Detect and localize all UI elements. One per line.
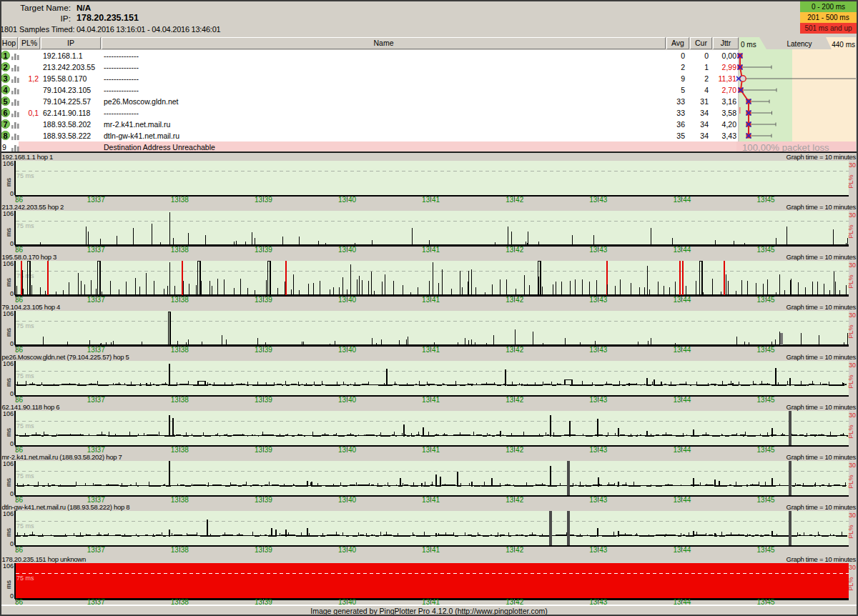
svg-text:75 ms: 75 ms bbox=[16, 372, 34, 379]
svg-text:13:42: 13:42 bbox=[506, 196, 523, 204]
svg-text:13:40: 13:40 bbox=[338, 446, 356, 454]
svg-text:13:44: 13:44 bbox=[673, 396, 691, 404]
svg-text:30: 30 bbox=[849, 262, 856, 269]
svg-text:PL%: PL% bbox=[847, 525, 854, 538]
svg-text:13:43: 13:43 bbox=[589, 196, 607, 204]
svg-text:13:37: 13:37 bbox=[87, 296, 105, 304]
svg-text:13:38: 13:38 bbox=[171, 196, 189, 204]
svg-text:13:39: 13:39 bbox=[255, 446, 272, 454]
svg-text:13:39: 13:39 bbox=[255, 496, 272, 504]
svg-text:13:40: 13:40 bbox=[338, 396, 356, 404]
svg-text:13:45: 13:45 bbox=[756, 246, 774, 254]
svg-text:13:44: 13:44 bbox=[673, 446, 691, 454]
svg-text:mr-2.k41.net.mail.ru (188.93.5: mr-2.k41.net.mail.ru (188.93.58.202) hop… bbox=[2, 453, 122, 461]
svg-text:30: 30 bbox=[849, 462, 856, 469]
svg-text:PL%: PL% bbox=[847, 174, 854, 188]
svg-text:106: 106 bbox=[3, 460, 14, 467]
svg-text:75 ms: 75 ms bbox=[16, 172, 34, 179]
svg-text:ms: ms bbox=[5, 228, 12, 237]
svg-text:106: 106 bbox=[3, 510, 14, 517]
svg-text:PL%: PL% bbox=[847, 475, 854, 488]
svg-text:13:41: 13:41 bbox=[422, 346, 440, 354]
svg-text:13:39: 13:39 bbox=[255, 546, 272, 554]
svg-text:13:38: 13:38 bbox=[171, 396, 189, 404]
svg-text:75 ms: 75 ms bbox=[16, 272, 34, 279]
svg-text:13:41: 13:41 bbox=[422, 396, 440, 404]
svg-text:106: 106 bbox=[3, 210, 14, 217]
svg-text:13:40: 13:40 bbox=[338, 196, 356, 204]
svg-text:13:43: 13:43 bbox=[589, 546, 607, 554]
svg-text:Latency: Latency bbox=[786, 40, 812, 48]
svg-text:13:44: 13:44 bbox=[673, 296, 691, 304]
svg-text:13:42: 13:42 bbox=[506, 496, 523, 504]
svg-text:13:41: 13:41 bbox=[422, 246, 440, 254]
svg-text:0: 0 bbox=[10, 290, 14, 297]
svg-text:13:39: 13:39 bbox=[255, 246, 272, 254]
svg-text:13:41: 13:41 bbox=[422, 296, 440, 304]
svg-text:13:42: 13:42 bbox=[506, 346, 523, 354]
svg-text:30: 30 bbox=[849, 312, 856, 319]
svg-text:PL%: PL% bbox=[847, 424, 854, 438]
svg-text:13:39: 13:39 bbox=[255, 396, 272, 404]
svg-text:440 ms: 440 ms bbox=[832, 41, 855, 49]
svg-text:30: 30 bbox=[849, 162, 856, 169]
svg-text:13:45: 13:45 bbox=[756, 396, 774, 404]
svg-text:ms: ms bbox=[5, 528, 12, 537]
svg-text:13:43: 13:43 bbox=[589, 446, 607, 454]
svg-text:13:44: 13:44 bbox=[673, 346, 691, 354]
svg-text:13:37: 13:37 bbox=[87, 546, 105, 554]
svg-text:PL%: PL% bbox=[847, 577, 854, 590]
svg-text:13:42: 13:42 bbox=[506, 446, 523, 454]
svg-text:13:45: 13:45 bbox=[756, 296, 774, 304]
svg-text:ms: ms bbox=[5, 580, 12, 589]
svg-text:30: 30 bbox=[849, 212, 856, 219]
svg-text:13:44: 13:44 bbox=[673, 246, 691, 254]
svg-text:106: 106 bbox=[3, 410, 14, 417]
svg-text:13:42: 13:42 bbox=[506, 546, 523, 554]
svg-text:0: 0 bbox=[10, 440, 14, 447]
svg-text:13:43: 13:43 bbox=[589, 296, 607, 304]
svg-text:36: 36 bbox=[15, 546, 24, 554]
svg-text:ms: ms bbox=[5, 278, 12, 287]
svg-text:ms: ms bbox=[5, 178, 12, 187]
svg-text:13:38: 13:38 bbox=[171, 446, 189, 454]
svg-text:Graph time = 10 minutes: Graph time = 10 minutes bbox=[786, 253, 857, 261]
svg-text:dtln-gw-k41.net.mail.ru (188.9: dtln-gw-k41.net.mail.ru (188.93.58.222) … bbox=[2, 503, 130, 511]
svg-text:Graph time = 10 minutes: Graph time = 10 minutes bbox=[786, 353, 857, 361]
svg-text:75 ms: 75 ms bbox=[16, 222, 34, 229]
svg-text:13:42: 13:42 bbox=[506, 396, 523, 404]
svg-text:13:45: 13:45 bbox=[756, 546, 774, 554]
svg-text:13:41: 13:41 bbox=[422, 446, 440, 454]
svg-text:PL%: PL% bbox=[847, 374, 854, 388]
svg-text:13:40: 13:40 bbox=[338, 546, 356, 554]
svg-text:Graph time = 10 minutes: Graph time = 10 minutes bbox=[786, 303, 857, 311]
svg-text:ms: ms bbox=[5, 378, 12, 387]
svg-text:13:39: 13:39 bbox=[255, 196, 272, 204]
svg-text:0: 0 bbox=[10, 490, 14, 497]
svg-text:13:43: 13:43 bbox=[589, 496, 607, 504]
svg-text:13:43: 13:43 bbox=[589, 346, 607, 354]
svg-text:13:38: 13:38 bbox=[171, 496, 189, 504]
svg-text:13:37: 13:37 bbox=[87, 246, 105, 254]
svg-text:Graph time = 10 minutes: Graph time = 10 minutes bbox=[786, 403, 857, 411]
svg-text:Graph time = 10 minutes: Graph time = 10 minutes bbox=[786, 555, 857, 563]
svg-text:13:39: 13:39 bbox=[255, 296, 272, 304]
svg-text:13:45: 13:45 bbox=[756, 446, 774, 454]
svg-text:ms: ms bbox=[5, 328, 12, 337]
svg-text:30: 30 bbox=[849, 362, 856, 369]
svg-text:0: 0 bbox=[10, 240, 14, 247]
svg-text:13:40: 13:40 bbox=[338, 246, 356, 254]
svg-text:ms: ms bbox=[5, 428, 12, 437]
svg-text:13:40: 13:40 bbox=[338, 296, 356, 304]
svg-text:0: 0 bbox=[10, 390, 14, 397]
svg-text:13:41: 13:41 bbox=[422, 546, 440, 554]
svg-text:0: 0 bbox=[10, 592, 14, 600]
svg-text:13:42: 13:42 bbox=[506, 246, 523, 254]
svg-text:13:38: 13:38 bbox=[171, 246, 189, 254]
svg-text:13:43: 13:43 bbox=[589, 396, 607, 404]
svg-text:178.20.235.151 hop unknown: 178.20.235.151 hop unknown bbox=[2, 555, 86, 563]
svg-text:Graph time = 10 minutes: Graph time = 10 minutes bbox=[786, 203, 857, 211]
svg-text:13:44: 13:44 bbox=[673, 196, 691, 204]
svg-text:0 ms: 0 ms bbox=[741, 41, 756, 49]
svg-text:13:38: 13:38 bbox=[171, 296, 189, 304]
